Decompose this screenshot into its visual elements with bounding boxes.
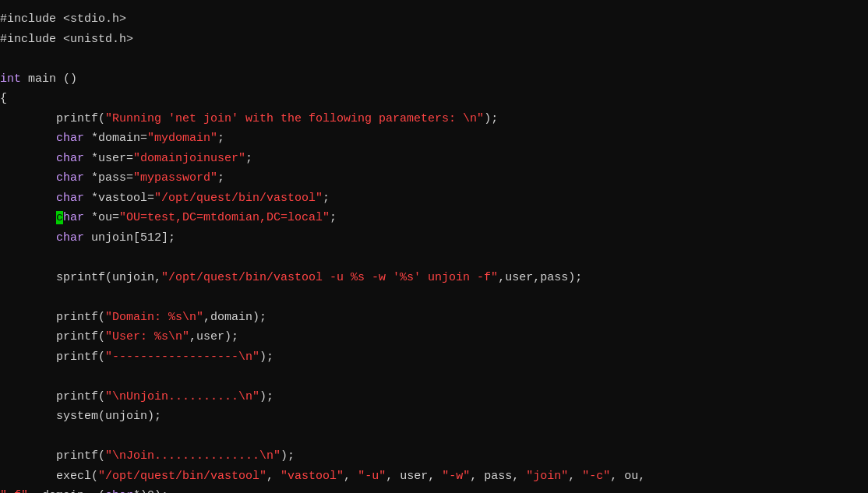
code-token-plain: printf( xyxy=(0,390,105,403)
code-token-plain: ,user,pass); xyxy=(498,271,582,284)
code-token-plain: , xyxy=(266,470,281,483)
code-token-kw: char xyxy=(56,132,84,145)
code-token-plain: ; xyxy=(217,132,224,145)
code-token-kw: char xyxy=(56,152,84,165)
code-token-plain xyxy=(0,211,56,224)
code-token-str: "\nUnjoin..........\n" xyxy=(105,390,259,403)
code-token-plain: { xyxy=(0,92,7,105)
code-token-plain: ; xyxy=(217,171,224,185)
code-line: int main () xyxy=(0,69,868,90)
code-token-plain: *vastool= xyxy=(84,192,154,205)
code-token-plain: unjoin[512]; xyxy=(84,231,175,245)
code-token-str: "-c" xyxy=(582,470,610,483)
code-line xyxy=(0,49,868,69)
code-token-plain: *pass= xyxy=(84,171,133,185)
code-token-kw: char xyxy=(105,489,133,493)
code-line xyxy=(0,427,868,447)
code-token-str: "------------------\n" xyxy=(105,350,259,364)
code-token-str: "-f" xyxy=(0,489,28,493)
code-token-str: "mydomain" xyxy=(147,132,217,145)
code-line: printf("\nUnjoin..........\n"); xyxy=(0,387,868,407)
code-line: char unjoin[512]; xyxy=(0,228,868,248)
code-token-plain xyxy=(0,132,56,145)
code-token-plain xyxy=(0,231,56,245)
code-token-str: "/opt/quest/bin/vastool" xyxy=(154,192,323,205)
code-token-str: "-u" xyxy=(358,470,386,483)
code-token-str: "Domain: %s\n" xyxy=(105,311,203,324)
code-token-plain: *user= xyxy=(84,152,133,165)
code-line: char *domain="mydomain"; xyxy=(0,129,868,149)
code-token-plain: printf( xyxy=(0,112,105,125)
code-token-plain: ; xyxy=(245,152,252,165)
code-token-plain: printf( xyxy=(0,311,105,324)
code-line: printf("\nJoin...............\n"); xyxy=(0,446,868,467)
code-token-plain: ); xyxy=(259,350,273,364)
code-token-plain: printf( xyxy=(0,449,105,463)
code-token-str: "/opt/quest/bin/vastool" xyxy=(98,470,266,483)
code-line: execl("/opt/quest/bin/vastool", "vastool… xyxy=(0,467,868,487)
code-token-str: "\nJoin...............\n" xyxy=(105,449,281,463)
code-token-plain: #include <unistd.h> xyxy=(0,33,133,46)
code-token-plain: *ou= xyxy=(84,211,119,224)
code-token-kw: int xyxy=(0,72,21,86)
code-token-plain xyxy=(0,192,56,205)
code-line: printf("------------------\n"); xyxy=(0,347,868,368)
code-token-str: "domainjoinuser" xyxy=(133,152,245,165)
code-token-str: "User: %s\n" xyxy=(105,330,189,343)
code-line: printf("Running 'net join' with the foll… xyxy=(0,109,868,129)
code-token-plain: sprintf(unjoin, xyxy=(0,271,161,284)
code-token-kw: char xyxy=(56,171,84,185)
code-token-kw: char xyxy=(56,231,84,245)
code-token-plain: , domain, ( xyxy=(28,489,105,493)
code-token-plain: *)0); xyxy=(133,489,168,493)
code-token-plain xyxy=(0,152,56,165)
code-token-plain: ,user); xyxy=(189,330,238,343)
code-token-plain: , pass, xyxy=(470,470,526,483)
code-token-plain: ; xyxy=(330,211,337,224)
code-token-plain: #include <stdio.h> xyxy=(0,12,126,26)
code-token-plain: printf( xyxy=(0,330,105,343)
code-token-plain: *domain= xyxy=(84,132,147,145)
code-line: #include <unistd.h> xyxy=(0,30,868,50)
code-token-str: "-w" xyxy=(442,470,470,483)
code-token-plain: , xyxy=(568,470,582,483)
code-token-str: "OU=test,DC=mtdomian,DC=local" xyxy=(119,211,330,224)
code-token-kw2: har xyxy=(63,211,84,224)
code-token-plain: , xyxy=(344,470,358,483)
code-token-plain: , ou, xyxy=(610,470,645,483)
code-token-str: "vastool" xyxy=(281,470,344,483)
code-token-plain: , user, xyxy=(386,470,442,483)
code-token-plain: main () xyxy=(21,72,77,86)
code-line: sprintf(unjoin,"/opt/quest/bin/vastool -… xyxy=(0,268,868,288)
code-token-plain xyxy=(0,171,56,185)
cursor: c xyxy=(56,211,63,224)
code-token-plain: ; xyxy=(323,192,330,205)
code-line: "-f", domain, (char*)0); xyxy=(0,486,868,493)
code-token-plain: system(unjoin); xyxy=(0,410,161,423)
code-line: printf("User: %s\n",user); xyxy=(0,327,868,347)
code-token-plain: ); xyxy=(484,112,498,125)
code-token-plain: ); xyxy=(281,449,295,463)
code-token-str: "mypassword" xyxy=(133,171,217,185)
code-token-str: "Running 'net join' with the following p… xyxy=(105,112,484,125)
code-line: { xyxy=(0,89,868,109)
code-line xyxy=(0,248,868,268)
code-token-plain: ,domain); xyxy=(203,311,266,324)
code-line: printf("Domain: %s\n",domain); xyxy=(0,308,868,328)
code-line xyxy=(0,367,868,387)
code-line: char *vastool="/opt/quest/bin/vastool"; xyxy=(0,188,868,209)
code-token-plain: printf( xyxy=(0,350,105,364)
code-line: system(unjoin); xyxy=(0,407,868,427)
code-line: char *ou="OU=test,DC=mtdomian,DC=local"; xyxy=(0,208,868,228)
code-line: #include <stdio.h> xyxy=(0,9,868,30)
code-token-kw: char xyxy=(56,192,84,205)
code-token-str: "/opt/quest/bin/vastool -u %s -w '%s' un… xyxy=(161,271,498,284)
code-line: char *user="domainjoinuser"; xyxy=(0,149,868,169)
code-editor: #include <stdio.h>#include <unistd.h> in… xyxy=(0,6,868,493)
code-token-plain: execl( xyxy=(0,470,98,483)
code-token-plain: ); xyxy=(259,390,273,403)
code-line xyxy=(0,287,868,308)
code-token-str: "join" xyxy=(526,470,568,483)
code-line: char *pass="mypassword"; xyxy=(0,168,868,188)
